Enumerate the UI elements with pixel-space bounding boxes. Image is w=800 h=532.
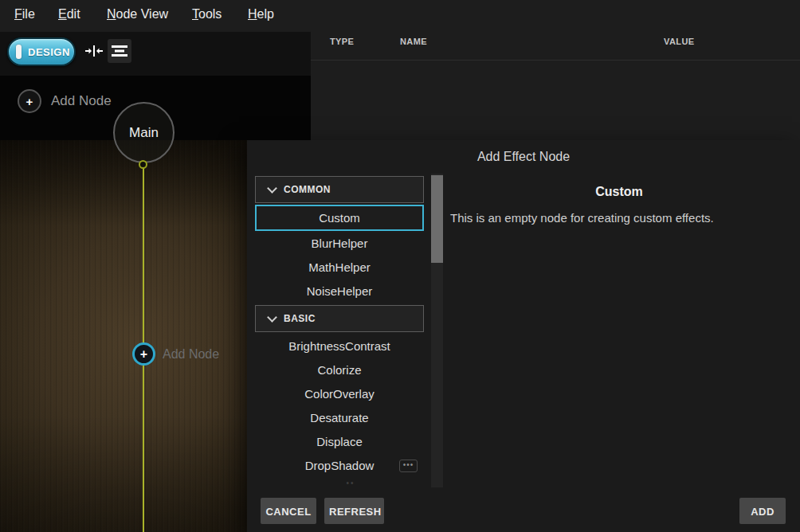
main-node[interactable]: Main xyxy=(113,102,175,163)
design-toggle-label: DESIGN xyxy=(28,46,70,58)
detail-description: This is an empty node for creating custo… xyxy=(446,211,792,225)
list-item-label: Desaturate xyxy=(310,411,368,424)
menu-tools[interactable]: Tools xyxy=(192,7,222,22)
list-item-label: DropShadow xyxy=(305,459,375,472)
list-item-displace[interactable]: Displace xyxy=(255,429,424,453)
collapse-horizontal-button[interactable] xyxy=(82,39,106,63)
scrollbar-thumb[interactable] xyxy=(431,175,443,263)
menu-help[interactable]: Help xyxy=(248,7,274,22)
header-separator xyxy=(311,60,800,61)
list-item-blurhelper[interactable]: BlurHelper xyxy=(255,231,424,255)
add-node-button-bottom[interactable]: + Add Node xyxy=(132,342,219,366)
list-item-label: ColorOverlay xyxy=(304,387,375,401)
add-effect-node-dialog: Add Effect Node COMMON Custom BlurHelper… xyxy=(247,140,800,532)
list-item-label: Colorize xyxy=(317,363,361,377)
design-toggle-button[interactable]: DESIGN xyxy=(7,37,76,66)
list-item-label: NoiseHelper xyxy=(307,284,373,298)
menu-edit[interactable]: Edit xyxy=(58,7,80,22)
list-item-noisehelper[interactable]: NoiseHelper xyxy=(255,279,424,303)
list-item-custom[interactable]: Custom xyxy=(255,205,424,231)
dialog-title: Add Effect Node xyxy=(247,150,800,164)
effect-detail-panel: Custom This is an empty node for creatin… xyxy=(446,176,792,225)
menu-node-view[interactable]: Node View xyxy=(107,7,168,22)
main-node-output-port[interactable] xyxy=(139,160,147,169)
list-item-colorize[interactable]: Colorize xyxy=(255,358,424,381)
list-item-brightnesscontrast[interactable]: BrightnessContrast xyxy=(255,334,424,358)
cancel-button[interactable]: CANCEL xyxy=(261,498,316,524)
collapse-horizontal-icon xyxy=(84,45,104,57)
align-center-lines-icon xyxy=(111,45,128,57)
add-node-label: Add Node xyxy=(51,93,112,109)
group-label: BASIC xyxy=(284,313,316,324)
list-item-label: Custom xyxy=(319,211,360,225)
main-node-label: Main xyxy=(129,125,159,141)
group-header-basic[interactable]: BASIC xyxy=(255,305,424,332)
list-item-label: Displace xyxy=(316,435,363,448)
menu-bar: File Edit Node View Tools Help xyxy=(0,0,311,32)
add-node-label: Add Node xyxy=(163,347,219,362)
add-button[interactable]: ADD xyxy=(739,498,786,524)
scroll-hint-dots: •• xyxy=(341,479,360,487)
refresh-button[interactable]: REFRESH xyxy=(324,498,384,524)
toolbar: DESIGN xyxy=(0,32,311,76)
list-item-desaturate[interactable]: Desaturate xyxy=(255,405,424,429)
group-label: COMMON xyxy=(284,184,331,195)
plus-icon: + xyxy=(18,89,41,113)
menu-file[interactable]: File xyxy=(14,7,35,22)
list-item-mathhelper[interactable]: MathHelper xyxy=(255,255,424,279)
plus-icon: + xyxy=(132,342,155,366)
design-toggle-indicator xyxy=(16,45,22,59)
group-header-common[interactable]: COMMON xyxy=(255,176,424,203)
list-item-label: BlurHelper xyxy=(312,237,368,250)
list-item-dropshadow[interactable]: DropShadow ••• xyxy=(255,453,424,477)
list-item-label: MathHelper xyxy=(308,260,371,274)
effect-node-list: COMMON Custom BlurHelper MathHelper Nois… xyxy=(255,176,424,477)
list-item-coloroverlay[interactable]: ColorOverlay xyxy=(255,381,424,405)
detail-heading: Custom xyxy=(446,185,792,199)
list-scrollbar[interactable] xyxy=(431,174,443,487)
list-item-label: BrightnessContrast xyxy=(288,339,390,353)
chevron-down-icon xyxy=(267,312,277,323)
add-node-button-top[interactable]: + Add Node xyxy=(18,89,112,113)
column-header-value: VALUE xyxy=(664,37,694,46)
column-header-name: NAME xyxy=(400,37,427,46)
chevron-down-icon xyxy=(267,183,277,194)
ellipsis-icon[interactable]: ••• xyxy=(399,460,418,472)
app-root: File Edit Node View Tools Help DESIGN xyxy=(0,0,800,532)
column-header-type: TYPE xyxy=(330,37,354,46)
align-center-lines-button[interactable] xyxy=(108,39,131,63)
